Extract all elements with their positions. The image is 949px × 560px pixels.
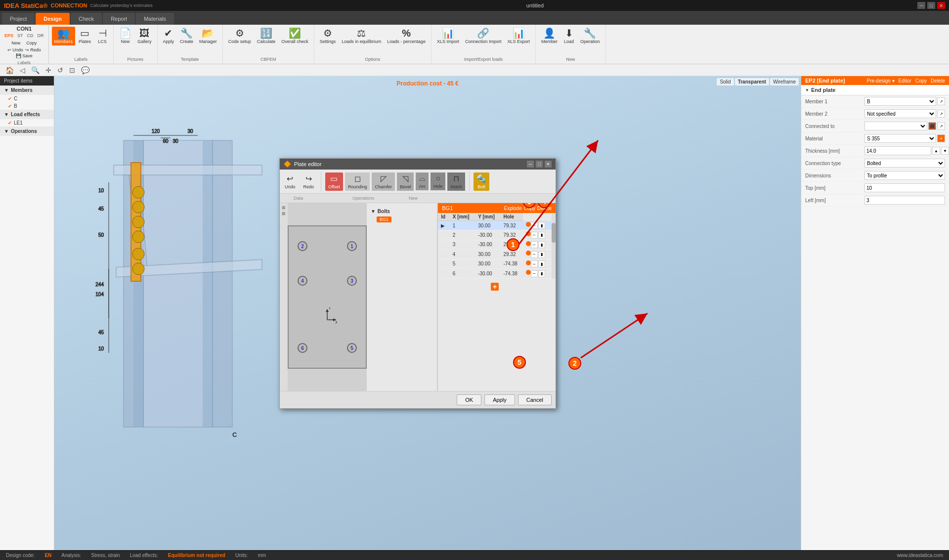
bolt-table-scroll[interactable]: Id X [mm] Y [mm] Hole ▶130.0079.32─▮2-30… xyxy=(438,213,552,279)
tag-dr[interactable]: DR xyxy=(36,33,45,39)
comment-icon[interactable]: 💬 xyxy=(80,65,91,75)
manager-button[interactable]: 📂 Manager xyxy=(197,27,219,45)
cancel-button[interactable]: Cancel xyxy=(518,394,552,405)
ok-button[interactable]: OK xyxy=(457,394,481,405)
delete-ep-button[interactable]: Delete xyxy=(931,78,945,84)
calculate-button[interactable]: 🔢 Calculate xyxy=(255,27,278,45)
tree-load-effects-section[interactable]: ▼ Load effects xyxy=(0,110,54,119)
xls-import-button[interactable]: 📊 XLS Import xyxy=(434,27,462,45)
tree-member-b[interactable]: ✔ B xyxy=(0,102,54,110)
load-button[interactable]: ⬇ Load xyxy=(561,27,577,45)
editor-button[interactable]: Editor xyxy=(899,78,911,84)
thickness-down-btn[interactable]: ▼ xyxy=(941,147,949,155)
pe-hole-button[interactable]: ○ Hole xyxy=(431,172,446,190)
connected-to-select[interactable] xyxy=(864,122,927,130)
pe-redo-button[interactable]: ↪ Redo xyxy=(301,172,317,191)
settings-button[interactable]: ⚙ Settings xyxy=(317,27,339,45)
lcs-button[interactable]: ⊣ LCS xyxy=(94,27,110,45)
thickness-up-btn[interactable]: ▲ xyxy=(932,147,940,155)
gallery-button[interactable]: 🖼 Gallery xyxy=(135,27,154,45)
bolt-row-expand-1[interactable]: ▶ xyxy=(438,221,449,230)
tab-materials[interactable]: Materials xyxy=(136,13,174,25)
pre-design-button[interactable]: Pre-design ▾ xyxy=(866,78,894,84)
member1-select[interactable]: B xyxy=(864,97,936,106)
tab-report[interactable]: Report xyxy=(103,13,135,25)
loads-equilibrium-button[interactable]: ⚖ Loads in equilibrium xyxy=(339,27,384,45)
tag-st[interactable]: ST xyxy=(16,33,25,39)
copy-ep-button[interactable]: Copy xyxy=(915,78,927,84)
xls-export-button[interactable]: 📊 XLS Export xyxy=(505,27,532,45)
bolt-row-2[interactable]: 2-30.0079.32─▮ xyxy=(438,230,552,240)
connection-import-button[interactable]: 🔗 Connection Import xyxy=(463,27,504,45)
bolt-row-del-1[interactable]: ▮ xyxy=(538,222,545,229)
solid-mode[interactable]: Solid xyxy=(717,78,733,86)
tree-operations-section[interactable]: ▼ Operations xyxy=(0,127,54,136)
transparent-mode[interactable]: Transparent xyxy=(735,78,769,86)
plate-editor-minimize-btn[interactable]: ─ xyxy=(527,161,534,168)
connected-icon2-btn[interactable]: ↗ xyxy=(937,122,945,130)
tag-cd[interactable]: CD xyxy=(26,33,35,39)
bolt-row-edit-6[interactable]: ─ xyxy=(531,270,538,277)
end-plate-section-header[interactable]: ▼ End plate xyxy=(801,85,949,95)
pe-rounding-button[interactable]: ◻ Rounding xyxy=(345,172,370,191)
loads-percentage-button[interactable]: % Loads - percentage xyxy=(385,27,428,45)
bolt-row-4[interactable]: 430.0029.32─▮ xyxy=(438,250,552,259)
plates-button[interactable]: ▭ Plates xyxy=(76,27,93,45)
pe-chamfer-button[interactable]: ◸ Chamfer xyxy=(372,172,395,191)
bolt-row-edit-2[interactable]: ─ xyxy=(531,232,538,239)
create-template-button[interactable]: 🔧 Create xyxy=(177,27,196,45)
apply-template-button[interactable]: ✔ Apply xyxy=(161,27,177,45)
ops-bg1-item[interactable]: BG1 xyxy=(371,215,433,223)
pe-bolt-button[interactable]: 🔩 Bolt xyxy=(474,172,489,191)
bolt-row-edit-4[interactable]: ─ xyxy=(531,251,538,258)
maximize-button[interactable]: □ xyxy=(927,2,935,9)
bolt-scrollbar-thumb[interactable] xyxy=(552,223,556,243)
tag-eps[interactable]: EPS xyxy=(3,33,15,39)
explode-button[interactable]: Explode xyxy=(504,206,522,211)
minimize-button[interactable]: ─ xyxy=(917,2,925,9)
bolt-row-edit-3[interactable]: ─ xyxy=(531,241,538,248)
operation-button[interactable]: 🔧 Operation xyxy=(578,27,603,45)
member2-expand-btn[interactable]: ↗ xyxy=(937,110,945,118)
overall-check-button[interactable]: ✅ Overall check xyxy=(279,27,311,45)
back-icon[interactable]: ◁ xyxy=(18,65,27,75)
refresh-icon[interactable]: ↺ xyxy=(56,65,65,75)
dimensions-select[interactable]: To profile xyxy=(864,171,945,180)
bolt-row-3[interactable]: 3-30.0029.32─▮ xyxy=(438,240,552,250)
new-picture-button[interactable]: 📄 New xyxy=(117,27,134,45)
tab-project[interactable]: Project xyxy=(2,13,35,25)
left-input[interactable] xyxy=(864,196,945,205)
tree-le1[interactable]: ✔ LE1 xyxy=(0,119,54,127)
website-link[interactable]: www.ideastatica.com xyxy=(897,553,943,558)
window-controls[interactable]: ─ □ ✕ xyxy=(917,2,945,9)
pe-expand-btn[interactable]: ⊠ xyxy=(282,205,286,210)
member-button[interactable]: 👤 Member xyxy=(539,27,560,45)
pe-undo-button[interactable]: ↩ Undo xyxy=(282,172,299,191)
bolt-table-scrollbar[interactable] xyxy=(552,213,556,279)
pe-expand-btn2[interactable]: ⊠ xyxy=(282,211,286,216)
connected-icon1-btn[interactable]: ⬛ xyxy=(928,122,936,130)
tree-members-section[interactable]: ▼ Members xyxy=(0,86,54,95)
pe-bevel-button[interactable]: ◹ Bevel xyxy=(397,172,414,191)
wireframe-mode[interactable]: Wireframe xyxy=(770,78,799,86)
material-select[interactable]: S 355 xyxy=(864,134,936,143)
bolt-row-edit-1[interactable]: ─ xyxy=(531,222,538,229)
tab-check[interactable]: Check xyxy=(71,13,102,25)
search-icon[interactable]: 🔍 xyxy=(30,65,41,75)
members-button[interactable]: 👥 Members xyxy=(52,27,76,45)
bolt-row-del-5[interactable]: ▮ xyxy=(538,260,545,267)
plate-editor-win-controls[interactable]: ─ □ ✕ xyxy=(527,161,552,168)
close-button[interactable]: ✕ xyxy=(937,2,945,9)
add-bolt-button[interactable]: + xyxy=(491,283,499,291)
pe-notch-button[interactable]: ⊓ Notch xyxy=(447,172,465,191)
pan-icon[interactable]: ✛ xyxy=(44,65,53,75)
code-setup-button[interactable]: ⚙ Code setup xyxy=(226,27,254,45)
top-input[interactable] xyxy=(864,183,945,192)
ribbon-copy-button[interactable]: Copy xyxy=(26,41,37,45)
plate-editor-close-btn[interactable]: ✕ xyxy=(545,161,552,168)
ribbon-new-button[interactable]: New xyxy=(11,41,20,45)
connection-type-select[interactable]: Bolted xyxy=(864,159,945,168)
fit-icon[interactable]: ⊡ xyxy=(68,65,77,75)
bolt-row-1[interactable]: ▶130.0079.32─▮ xyxy=(438,221,552,230)
thickness-input[interactable] xyxy=(864,146,931,155)
